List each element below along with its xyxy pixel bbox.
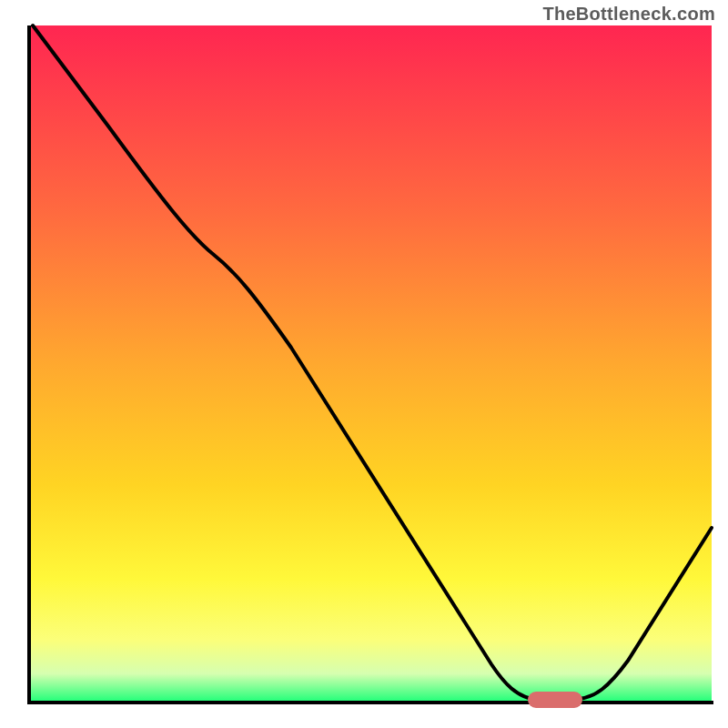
- optimum-marker: [528, 692, 582, 708]
- plot-background: [29, 25, 712, 701]
- chart-container: { "watermark": "TheBottleneck.com", "col…: [0, 0, 728, 728]
- watermark-text: TheBottleneck.com: [542, 4, 715, 25]
- chart-svg: [0, 0, 728, 728]
